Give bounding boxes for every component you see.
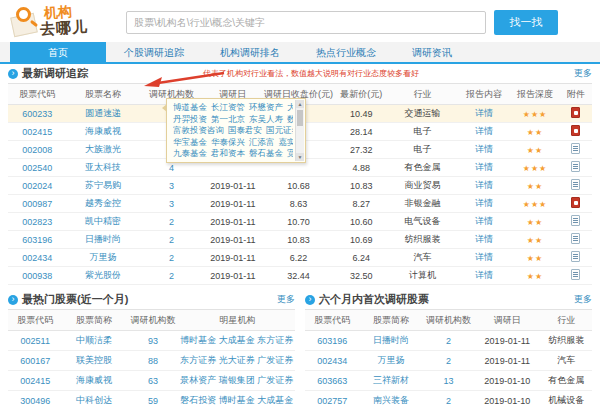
report-detail-link[interactable]: 详情 — [475, 162, 493, 172]
institution-count-link[interactable]: 59 — [148, 396, 158, 406]
stock-code-link[interactable]: 603196 — [22, 235, 52, 245]
institution-count-link[interactable]: 93 — [148, 336, 158, 346]
fund-link[interactable]: 宽远资管 — [287, 148, 293, 158]
fund-link[interactable]: 汇添富 — [249, 137, 275, 147]
nav-tab[interactable]: 热点行业概念 — [298, 42, 394, 62]
fund-link[interactable]: 国元证券 — [266, 125, 293, 135]
fund-link[interactable]: 大成基金 — [287, 102, 293, 112]
institution-count-link[interactable]: 2 — [169, 235, 174, 245]
institution-count-link[interactable]: 2 — [169, 253, 174, 263]
star-institutions-links[interactable]: 东方证券 光大证券 广发证券 — [180, 355, 293, 365]
scroll-thumb[interactable] — [297, 110, 303, 126]
fund-link[interactable]: 国泰君安 — [228, 125, 262, 135]
more-link[interactable]: 更多 — [574, 293, 592, 306]
institution-count-link[interactable]: 88 — [148, 356, 158, 366]
attachment-file-icon[interactable] — [571, 269, 580, 280]
report-detail-link[interactable]: 详情 — [475, 216, 493, 226]
attachment-file-icon[interactable] — [571, 125, 580, 136]
site-logo[interactable]: 机构 去哪儿 — [10, 3, 112, 41]
report-detail-link[interactable]: 详情 — [475, 270, 493, 280]
institution-count-link[interactable]: 63 — [148, 376, 158, 386]
stock-name-link[interactable]: 万里扬 — [89, 252, 116, 262]
institution-count-link[interactable]: 2 — [169, 217, 174, 227]
stock-code-link[interactable]: 002024 — [22, 181, 52, 191]
stock-name-link[interactable]: 苏宁易购 — [85, 180, 121, 190]
stock-code-link[interactable]: 000987 — [22, 199, 52, 209]
fund-link[interactable]: 富敦投资咨询 — [173, 125, 224, 135]
fund-link[interactable]: 丹羿投资 — [173, 114, 207, 124]
attachment-file-icon[interactable] — [571, 179, 580, 190]
stock-code-link[interactable]: 002540 — [22, 163, 52, 173]
fund-link[interactable]: 东吴人寿 — [249, 114, 283, 124]
stock-name-link[interactable]: 中科创达 — [76, 395, 112, 405]
stock-name-link[interactable]: 海康威视 — [76, 375, 112, 385]
fund-link[interactable]: 嘉实基金 — [279, 137, 294, 147]
stock-code-link[interactable]: 600233 — [22, 109, 52, 119]
nav-tab[interactable]: 首页 — [10, 42, 106, 62]
more-link[interactable]: 更多 — [574, 67, 592, 80]
attachment-file-icon[interactable] — [571, 215, 580, 226]
stock-name-link[interactable]: 联美控股 — [76, 355, 112, 365]
stock-code-link[interactable]: 002511 — [21, 336, 50, 346]
nav-tab[interactable]: 调研资讯 — [394, 42, 470, 62]
report-detail-link[interactable]: 详情 — [475, 108, 493, 118]
stock-name-link[interactable]: 圆通速递 — [85, 108, 121, 118]
scroll-up-icon[interactable]: ▲ — [296, 100, 304, 108]
stock-code-link[interactable]: 603196 — [317, 336, 347, 346]
stock-code-link[interactable]: 603663 — [317, 376, 347, 386]
attachment-file-icon[interactable] — [571, 233, 580, 244]
fund-link[interactable]: 华宝基金 — [173, 137, 207, 147]
attachment-file-icon[interactable] — [571, 161, 580, 172]
attachment-file-icon[interactable] — [571, 107, 580, 118]
fund-link[interactable]: 数富资管 — [287, 114, 293, 124]
stock-name-link[interactable]: 中顺洁柔 — [76, 335, 112, 345]
fund-link[interactable]: 博道基金 — [173, 102, 207, 112]
tooltip-scrollbar[interactable]: ▲ ▼ — [295, 100, 304, 161]
institution-count-link[interactable]: 2 — [169, 271, 174, 281]
institution-count-link[interactable]: 2 — [446, 336, 451, 346]
fund-link[interactable]: 长江资管 — [211, 102, 245, 112]
nav-tab[interactable]: 个股调研追踪 — [106, 42, 202, 62]
stock-code-link[interactable]: 000938 — [22, 271, 52, 281]
stock-code-link[interactable]: 600167 — [20, 356, 50, 366]
stock-code-link[interactable]: 002823 — [22, 217, 52, 227]
attachment-file-icon[interactable] — [571, 143, 580, 154]
stock-name-link[interactable]: 日播时尚 — [85, 234, 121, 244]
institution-count-link[interactable]: 4 — [169, 163, 174, 173]
star-institutions-links[interactable]: 博时基金 大成基金 东方证券 — [180, 335, 293, 345]
more-link[interactable]: 更多 — [277, 293, 295, 306]
report-detail-link[interactable]: 详情 — [475, 252, 493, 262]
institution-count-link[interactable]: 2 — [446, 396, 451, 406]
stock-code-link[interactable]: 002434 — [22, 253, 52, 263]
stock-code-link[interactable]: 300496 — [20, 396, 50, 406]
fund-link[interactable]: 第一北京 — [211, 114, 245, 124]
search-input[interactable] — [126, 11, 486, 34]
stock-name-link[interactable]: 紫光股份 — [85, 270, 121, 280]
institution-count-link[interactable]: 13 — [443, 376, 453, 386]
stock-name-link[interactable]: 大族激光 — [85, 144, 121, 154]
stock-code-link[interactable]: 002415 — [22, 127, 52, 137]
scroll-down-icon[interactable]: ▼ — [296, 153, 304, 161]
institution-count-link[interactable]: 3 — [169, 199, 174, 209]
fund-link[interactable]: 环懋资产 — [249, 102, 283, 112]
stock-name-link[interactable]: 三祥新材 — [373, 375, 409, 385]
stock-name-link[interactable]: 南兴装备 — [373, 395, 409, 405]
nav-tab[interactable]: 机构调研排名 — [202, 42, 298, 62]
fund-link[interactable]: 君和资本 — [211, 148, 245, 158]
fund-link[interactable]: 磐石基金 — [249, 148, 283, 158]
report-detail-link[interactable]: 详情 — [475, 180, 493, 190]
attachment-file-icon[interactable] — [571, 251, 580, 262]
report-detail-link[interactable]: 详情 — [475, 234, 493, 244]
star-institutions-links[interactable]: 磐石投资 博时基金 大成基金 — [180, 395, 293, 405]
stock-name-link[interactable]: 海康威视 — [85, 126, 121, 136]
report-detail-link[interactable]: 详情 — [475, 126, 493, 136]
institution-count-link[interactable]: 2 — [446, 356, 451, 366]
attachment-file-icon[interactable] — [571, 197, 580, 208]
search-button[interactable]: 找一找 — [494, 10, 558, 35]
stock-name-link[interactable]: 日播时尚 — [373, 335, 409, 345]
report-detail-link[interactable]: 详情 — [475, 198, 493, 208]
fund-link[interactable]: 九泰基金 — [173, 148, 207, 158]
stock-name-link[interactable]: 万里扬 — [378, 355, 405, 365]
stock-code-link[interactable]: 002008 — [22, 145, 52, 155]
stock-name-link[interactable]: 亚太科技 — [85, 162, 121, 172]
